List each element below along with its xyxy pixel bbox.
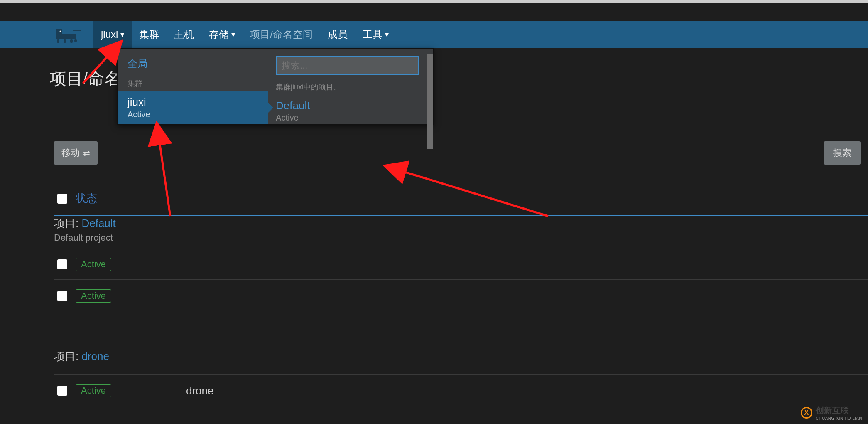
svg-rect-5 [70, 39, 73, 43]
cluster-name: jiuxi [128, 96, 258, 109]
chevron-down-icon: ▾ [385, 30, 389, 39]
status-badge: Active [76, 258, 111, 271]
project-link-default[interactable]: Default [81, 217, 115, 229]
table-row[interactable]: Active drone [57, 379, 868, 402]
project-link-drone[interactable]: drone [81, 350, 109, 362]
cluster-item-jiuxi[interactable]: jiuxi Active [118, 91, 268, 124]
nav-hosts[interactable]: 主机 [167, 21, 201, 48]
cluster-selector-label: jiuxi [101, 29, 118, 40]
divider [54, 209, 868, 209]
global-link[interactable]: 全局 [118, 49, 268, 75]
status-badge: Active [76, 289, 111, 303]
project-heading-drone: 项目: drone [54, 349, 109, 364]
svg-rect-2 [73, 30, 81, 31]
svg-rect-4 [64, 39, 66, 43]
table-row[interactable]: Active [57, 284, 868, 308]
swap-icon: ⇄ [83, 148, 90, 158]
highlight-line [54, 215, 868, 216]
chevron-down-icon: ▾ [120, 30, 124, 39]
select-all-checkbox[interactable] [57, 194, 67, 204]
divider [54, 248, 868, 248]
dropdown-right-panel: 集群jiuxi中的项目。 Default Active drone Active… [268, 49, 433, 124]
project-heading-default: 项目: Default Default project [54, 216, 116, 243]
watermark: X 创新互联 CHUANG XIN HU LIAN [801, 405, 862, 421]
namespace-name: drone [186, 385, 214, 397]
divider [54, 374, 868, 375]
rancher-logo[interactable] [56, 26, 81, 43]
svg-rect-1 [56, 29, 62, 35]
status-badge: Active [76, 384, 111, 397]
divider [54, 406, 868, 406]
status-column-header[interactable]: 状态 [76, 191, 97, 206]
top-nav-bar: jiuxi ▾ 集群 主机 存储▾ 项目/命名空间 成员 工具▾ [0, 21, 868, 48]
row-checkbox[interactable] [57, 291, 67, 301]
table-header-row: 状态 [57, 191, 868, 206]
clusters-section-label: 集群 [118, 75, 268, 91]
window-top-stripe [0, 0, 868, 3]
project-search-input[interactable] [276, 56, 419, 75]
svg-rect-6 [74, 39, 77, 42]
project-item-default[interactable]: Default Active [268, 95, 427, 124]
row-checkbox[interactable] [57, 386, 67, 396]
move-button[interactable]: 移动 ⇄ [54, 141, 98, 165]
dropdown-scrollbar-track[interactable] [427, 54, 433, 119]
cluster-status: Active [128, 110, 258, 119]
svg-rect-3 [57, 39, 59, 43]
projects-meta-label: 集群jiuxi中的项目。 [268, 79, 427, 95]
cluster-selector[interactable]: jiuxi ▾ [93, 21, 132, 48]
chevron-down-icon: ▾ [231, 30, 235, 39]
table-row[interactable]: Active [57, 253, 868, 276]
divider [54, 311, 868, 311]
dropdown-left-panel: 全局 集群 jiuxi Active [118, 49, 268, 124]
search-button[interactable]: 搜索 [824, 141, 861, 165]
nav-storage[interactable]: 存储▾ [201, 21, 243, 48]
row-checkbox[interactable] [57, 259, 67, 269]
svg-point-7 [60, 31, 61, 32]
nav-tools[interactable]: 工具▾ [355, 21, 396, 48]
dropdown-scrollbar-thumb[interactable] [427, 54, 433, 149]
cluster-project-dropdown: 全局 集群 jiuxi Active 集群jiuxi中的项目。 Default … [117, 48, 434, 125]
watermark-icon: X [801, 407, 812, 419]
divider [54, 279, 868, 280]
nav-cluster[interactable]: 集群 [132, 21, 167, 48]
nav-members[interactable]: 成员 [320, 21, 355, 48]
project-subtitle: Default project [54, 232, 116, 243]
nav-projects-namespaces[interactable]: 项目/命名空间 [243, 21, 320, 48]
